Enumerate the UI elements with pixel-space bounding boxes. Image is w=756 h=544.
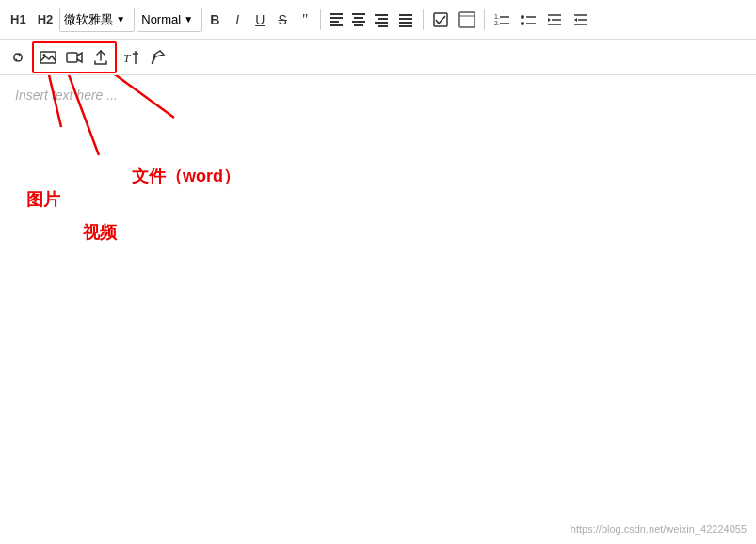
style-dropdown-icon: ▼ (184, 14, 193, 24)
image-icon (40, 49, 56, 66)
svg-rect-1 (378, 18, 388, 20)
underline-button[interactable]: U (249, 7, 270, 33)
style-select[interactable]: Normal ▼ (137, 8, 202, 32)
image-button[interactable] (36, 44, 60, 71)
media-buttons-group (32, 41, 117, 73)
svg-point-15 (521, 15, 524, 19)
indent-right-icon (546, 11, 563, 28)
paint-icon (149, 49, 166, 66)
justify-button[interactable] (395, 7, 418, 33)
strikethrough-button[interactable]: S (272, 7, 293, 33)
toolbar-row1: H1 H2 微软雅黑 ▼ Normal ▼ B I U S '' (0, 0, 756, 40)
h2-button[interactable]: H2 (33, 7, 58, 33)
align-left-button[interactable] (326, 7, 346, 33)
svg-text:1.: 1. (494, 13, 500, 20)
indent-left-button[interactable] (569, 7, 593, 33)
ordered-list-button[interactable]: 1. 2. (490, 7, 514, 33)
editor-placeholder: Insert text here ... (15, 88, 118, 103)
svg-rect-0 (375, 14, 388, 16)
font-dropdown-icon: ▼ (116, 14, 125, 24)
bold-button[interactable]: B (204, 7, 225, 33)
svg-rect-5 (399, 18, 412, 20)
unordered-list-icon (520, 11, 537, 28)
svg-rect-4 (399, 14, 412, 16)
quote-button[interactable]: '' (295, 7, 315, 33)
svg-text:2.: 2. (494, 20, 500, 26)
upload-icon (92, 49, 109, 66)
separator3 (484, 9, 485, 30)
checkbox-icon (432, 11, 449, 28)
align-right-icon (375, 12, 390, 27)
paint-button[interactable] (145, 44, 169, 71)
svg-rect-9 (459, 12, 475, 27)
svg-rect-6 (399, 22, 412, 24)
checkbox-button[interactable] (428, 7, 453, 33)
image-annotation-label: 图片 (26, 188, 60, 211)
annotations: 图片 视频 文件（word） (0, 75, 756, 499)
upload-button[interactable] (88, 44, 113, 71)
video-button[interactable] (62, 44, 87, 71)
code-block-button[interactable] (455, 7, 479, 33)
link-icon (9, 49, 26, 66)
toolbar-row2: T (0, 40, 756, 75)
code-block-icon (458, 11, 475, 28)
align-center-icon (352, 13, 365, 26)
font-name-label: 微软雅黑 (64, 11, 113, 28)
italic-button[interactable]: I (227, 7, 248, 33)
svg-rect-27 (67, 53, 77, 62)
svg-rect-2 (375, 22, 388, 24)
file-annotation-label: 文件（word） (132, 165, 240, 187)
clear-format-button[interactable]: T (119, 44, 143, 71)
font-family-select[interactable]: 微软雅黑 ▼ (59, 8, 135, 32)
justify-icon (399, 12, 414, 27)
svg-rect-3 (378, 25, 388, 27)
align-left-icon (330, 13, 343, 26)
style-name-label: Normal (141, 12, 181, 26)
indent-right-button[interactable] (542, 7, 567, 33)
ordered-list-icon: 1. 2. (493, 11, 510, 28)
unordered-list-button[interactable] (516, 7, 540, 33)
svg-rect-7 (399, 25, 412, 27)
link-button[interactable] (6, 44, 30, 71)
separator1 (320, 9, 321, 30)
separator2 (423, 9, 424, 30)
video-annotation-label: 视频 (83, 221, 117, 244)
align-right-button[interactable] (371, 7, 394, 33)
h1-button[interactable]: H1 (6, 7, 31, 33)
align-center-button[interactable] (348, 7, 369, 33)
video-icon (66, 49, 83, 66)
annotation-arrows (0, 75, 756, 499)
svg-point-17 (521, 22, 524, 25)
editor-area[interactable]: Insert text here ... 图片 视频 (0, 75, 756, 499)
indent-left-icon (572, 11, 589, 28)
svg-text:T: T (123, 51, 131, 65)
clear-format-icon: T (122, 49, 139, 66)
watermark: https://blog.csdn.net/weixin_42224055 (571, 523, 747, 535)
